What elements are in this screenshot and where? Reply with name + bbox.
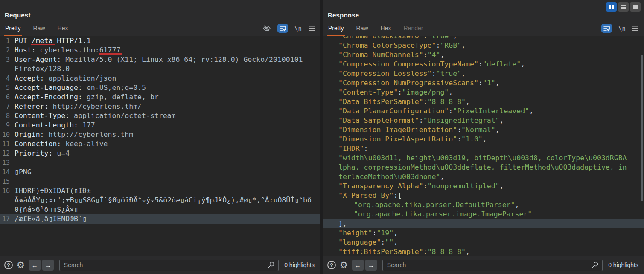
line-number: 5 xyxy=(0,83,13,92)
line-number xyxy=(323,107,335,116)
code-line: "Data PlanarConfiguration":"PixelInterle… xyxy=(323,107,644,116)
code-line: 16IHDRF)÷ÐxIDAT(▯ÍÐ± xyxy=(0,186,320,196)
red-underline-annotation: /meta xyxy=(32,37,53,45)
line-number xyxy=(323,50,335,60)
word-wrap-toggle[interactable] xyxy=(601,24,612,33)
line-number: 11 xyxy=(0,139,13,149)
pause-columns-icon xyxy=(609,4,614,9)
word-wrap-toggle[interactable] xyxy=(277,24,288,33)
request-search-input[interactable] xyxy=(64,262,267,268)
response-search-input[interactable] xyxy=(387,262,591,268)
search-icon xyxy=(267,261,275,269)
code-line: lpha, compressionMethod\u003ddeflate, fi… xyxy=(323,163,644,172)
line-number xyxy=(323,182,335,191)
line-number xyxy=(323,78,335,88)
code-line: "Compression Lossless":"true", xyxy=(323,69,644,78)
code-line: 9Content-Length: 177 xyxy=(0,121,320,130)
tab-pretty[interactable]: Pretty xyxy=(5,22,21,35)
layout-controls xyxy=(606,2,641,12)
line-number: 13 xyxy=(0,158,13,167)
response-highlights-count: 0 highlights xyxy=(608,262,638,268)
line-number xyxy=(323,116,335,125)
line-number xyxy=(323,163,335,172)
search-next-button[interactable]: → xyxy=(365,260,377,271)
code-line: 4Accept: application/json xyxy=(0,74,320,83)
code-line: "Transparency Alpha":"nonpremultipled", xyxy=(323,182,644,191)
line-number xyxy=(323,125,335,135)
search-next-button[interactable]: → xyxy=(42,260,54,271)
request-editor[interactable]: 1PUT /meta HTTP/1.12Host: cyberlens.thm:… xyxy=(0,36,320,256)
code-line: "org.apache.tika.parser.DefaultParser", xyxy=(323,200,644,210)
code-line: 7Referer: http://cyberlens.thm/ xyxy=(0,102,320,111)
line-number: 14 xyxy=(0,167,13,177)
panel-divider[interactable] xyxy=(320,0,323,274)
newline-toggle[interactable]: \n xyxy=(294,25,302,32)
rows-icon xyxy=(621,5,626,9)
layout-columns-button[interactable] xyxy=(606,2,617,12)
red-underline-annotation: 61777 xyxy=(99,46,121,54)
search-prev-button[interactable]: ← xyxy=(352,260,364,271)
line-number xyxy=(323,238,335,247)
code-line: 3User-Agent: Mozilla/5.0 (X11; Linux x86… xyxy=(0,55,320,64)
line-number: 9 xyxy=(0,121,13,130)
newline-toggle[interactable]: \n xyxy=(618,25,626,32)
code-line: 11Connection: keep-alive xyxy=(0,139,320,149)
code-line: "height":"19", xyxy=(323,228,644,238)
help-icon[interactable]: ? xyxy=(4,261,13,269)
response-panel: Response Pretty Raw Hex Render \n xyxy=(323,0,644,274)
menu-icon[interactable] xyxy=(632,26,639,31)
code-line: "IHDR": xyxy=(323,144,644,153)
code-line: Firefox/128.0 xyxy=(0,64,320,74)
line-number xyxy=(323,41,335,50)
tab-raw[interactable]: Raw xyxy=(356,22,368,35)
tab-hex[interactable]: Hex xyxy=(381,22,391,35)
message-editor-window: Request Pretty Raw Hex xyxy=(0,0,644,274)
response-scrollbar[interactable] xyxy=(641,55,643,201)
gear-icon[interactable]: ⚙ xyxy=(340,261,348,269)
word-wrap-icon xyxy=(279,26,286,32)
request-panel: Request Pretty Raw Hex xyxy=(0,0,320,274)
eye-slash-icon[interactable] xyxy=(262,24,271,32)
response-panel-title: Response xyxy=(328,12,359,19)
menu-icon[interactable] xyxy=(308,26,315,31)
line-number: 15 xyxy=(0,177,13,186)
code-line: 0{ñá>6¹ð▯▯S¿Å×▯ xyxy=(0,205,320,214)
tab-hex[interactable]: Hex xyxy=(58,22,68,35)
line-number: 8 xyxy=(0,111,13,121)
code-line: "org.apache.tika.parser.image.ImageParse… xyxy=(323,210,644,219)
line-number: 17 xyxy=(0,214,13,224)
help-icon[interactable]: ? xyxy=(327,261,336,269)
code-line: 6Accept-Encoding: gzip, deflate, br xyxy=(0,92,320,102)
tab-raw[interactable]: Raw xyxy=(33,22,45,35)
layout-rows-button[interactable] xyxy=(618,2,629,12)
code-line: 10Origin: http://cyberlens.thm xyxy=(0,130,320,139)
line-number: 4 xyxy=(0,74,13,83)
line-number: 12 xyxy=(0,149,13,158)
line-number xyxy=(323,97,335,107)
code-line: "Data BitsPerSample":"8 8 8 8", xyxy=(323,97,644,107)
tab-pretty[interactable]: Pretty xyxy=(328,22,344,35)
line-number: 16 xyxy=(0,186,13,196)
square-icon xyxy=(633,5,638,9)
code-line: "X-Parsed-By":[ xyxy=(323,191,644,200)
line-number: 2 xyxy=(0,46,13,55)
code-line: 5Accept-Language: en-US,en;q=0.5 xyxy=(0,83,320,92)
gear-icon[interactable]: ⚙ xyxy=(17,261,25,269)
line-number: 10 xyxy=(0,130,13,139)
code-line: 12Priority: u=4 xyxy=(0,149,320,158)
line-number xyxy=(323,144,335,153)
code-line: "Compression NumProgressiveScans":"1", xyxy=(323,78,644,88)
line-number xyxy=(323,210,335,219)
request-search-field xyxy=(59,260,279,271)
line-number xyxy=(0,196,13,205)
tab-render[interactable]: Render xyxy=(404,22,423,35)
line-number xyxy=(0,205,13,214)
code-line: "width\u003d11, height\u003d19, bitDepth… xyxy=(323,153,644,163)
layout-single-button[interactable] xyxy=(630,2,641,12)
line-number xyxy=(323,172,335,182)
line-number xyxy=(323,247,335,256)
code-line: "Chroma BlackIsZero":"true", xyxy=(323,36,644,41)
response-viewer[interactable]: "Chroma BlackIsZero":"true","Chroma Colo… xyxy=(323,36,644,256)
search-prev-button[interactable]: ← xyxy=(29,260,41,271)
code-line: terlaceMethod\u003dnone", xyxy=(323,172,644,182)
